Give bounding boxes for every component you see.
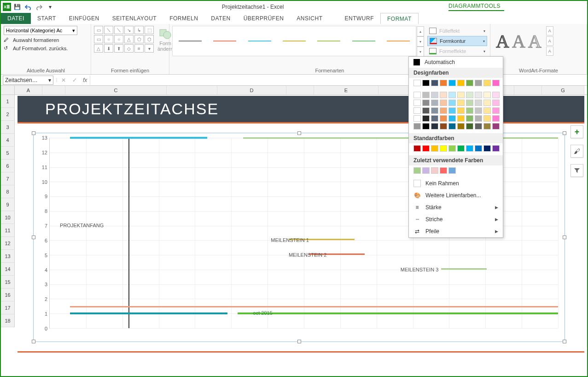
column-header[interactable]: G: [542, 86, 584, 94]
wordart-style-1[interactable]: A: [496, 30, 509, 52]
color-swatch[interactable]: [475, 145, 482, 152]
wordart-style-3[interactable]: A: [528, 30, 541, 52]
row-header[interactable]: 15: [1, 276, 15, 289]
series-s-ltgreen[interactable]: [243, 137, 558, 139]
wordart-outline-button[interactable]: A: [546, 36, 553, 46]
color-swatch[interactable]: [413, 80, 421, 86]
color-swatch[interactable]: [448, 92, 456, 98]
color-swatch[interactable]: [431, 100, 438, 106]
color-swatch[interactable]: [466, 80, 473, 86]
color-swatch[interactable]: [413, 167, 421, 174]
tab-daten[interactable]: DATEN: [204, 13, 237, 24]
column-header[interactable]: D: [217, 86, 286, 94]
gallery-scroll[interactable]: ▴▾▾: [417, 26, 424, 57]
series-s-teal[interactable]: [70, 312, 227, 314]
color-swatch[interactable]: [483, 80, 491, 86]
color-swatch[interactable]: [483, 145, 491, 152]
color-swatch[interactable]: [457, 107, 465, 114]
color-swatch[interactable]: [492, 80, 500, 86]
color-swatch[interactable]: [422, 92, 430, 98]
chart-filter-button[interactable]: [571, 164, 583, 177]
enter-formula-button[interactable]: ✓: [69, 77, 80, 83]
color-swatch[interactable]: [440, 100, 447, 106]
color-swatch[interactable]: [483, 92, 491, 98]
color-swatch[interactable]: [475, 80, 482, 86]
color-swatch[interactable]: [466, 107, 473, 114]
row-header[interactable]: 7: [1, 172, 15, 185]
resize-handle[interactable]: [32, 340, 35, 343]
chart-elements-button[interactable]: +: [571, 125, 583, 138]
color-swatch[interactable]: [448, 100, 456, 106]
undo-button[interactable]: [23, 2, 33, 12]
resize-handle[interactable]: [563, 236, 566, 239]
column-header[interactable]: [42, 86, 65, 94]
color-swatch[interactable]: [466, 92, 473, 98]
row-header[interactable]: 2: [1, 108, 15, 121]
y-axis[interactable]: 012345678910111213: [36, 138, 47, 329]
resize-handle[interactable]: [563, 340, 566, 343]
row-header[interactable]: 8: [1, 185, 15, 198]
tab-formeln[interactable]: FORMELN: [163, 13, 204, 24]
tab-format[interactable]: FORMAT: [380, 13, 419, 24]
color-swatch[interactable]: [466, 100, 473, 106]
color-swatch[interactable]: [492, 115, 500, 122]
row-header[interactable]: 10: [1, 211, 15, 224]
color-swatch[interactable]: [431, 145, 438, 152]
color-swatch[interactable]: [413, 92, 421, 98]
color-swatch[interactable]: [422, 145, 430, 152]
color-swatch[interactable]: [475, 100, 482, 106]
outline-arrows[interactable]: ⇄Pfeile▶: [409, 225, 503, 237]
resize-handle[interactable]: [563, 131, 566, 135]
row-header[interactable]: 18: [1, 314, 15, 327]
color-swatch[interactable]: [448, 107, 456, 114]
color-swatch[interactable]: [431, 167, 438, 174]
redo-button[interactable]: [34, 2, 44, 12]
color-swatch[interactable]: [466, 145, 473, 152]
chart-styles-button[interactable]: 🖌: [571, 145, 583, 158]
color-swatch[interactable]: [440, 167, 447, 174]
resize-handle[interactable]: [32, 131, 35, 135]
color-swatch[interactable]: [413, 145, 421, 152]
chart-element-combo[interactable]: Horizontal (Kategorie) Ac▾: [4, 26, 77, 35]
tab-datei[interactable]: DATEI: [1, 13, 31, 24]
outline-dashes[interactable]: ┄Striche▶: [409, 213, 503, 225]
tab-einfuegen[interactable]: EINFÜGEN: [63, 13, 106, 24]
color-swatch[interactable]: [440, 107, 447, 114]
color-swatch[interactable]: [483, 115, 491, 122]
shape-effects-button[interactable]: Formeffekte▾: [427, 46, 487, 56]
row-header[interactable]: 12: [1, 237, 15, 250]
color-swatch[interactable]: [440, 145, 447, 152]
color-swatch[interactable]: [448, 145, 456, 152]
column-header[interactable]: [167, 86, 217, 94]
color-swatch[interactable]: [431, 115, 438, 122]
color-swatch[interactable]: [483, 100, 491, 106]
color-swatch[interactable]: [440, 123, 447, 130]
row-header[interactable]: 16: [1, 289, 15, 301]
color-swatch[interactable]: [492, 92, 500, 98]
color-swatch[interactable]: [475, 107, 482, 114]
color-swatch[interactable]: [440, 92, 447, 98]
series-s-green[interactable]: [238, 312, 558, 314]
color-swatch[interactable]: [440, 80, 447, 86]
outline-automatic[interactable]: Automatisch: [409, 57, 503, 68]
name-box[interactable]: Zeitachsen…▾: [3, 76, 53, 85]
color-swatch[interactable]: [448, 115, 456, 122]
color-swatch[interactable]: [475, 115, 482, 122]
no-outline[interactable]: Kein Rahmen: [409, 177, 503, 189]
series-s-orange[interactable]: [70, 306, 558, 307]
series-s-ltgreen2[interactable]: [441, 268, 487, 270]
color-swatch[interactable]: [422, 115, 430, 122]
row-header[interactable]: 9: [1, 198, 15, 211]
tab-seitenlayout[interactable]: SEITENLAYOUT: [106, 13, 163, 24]
color-swatch[interactable]: [492, 123, 500, 130]
color-swatch[interactable]: [483, 123, 491, 130]
tab-ansicht[interactable]: ANSICHT: [290, 13, 329, 24]
shape-styles-gallery[interactable]: ▴▾▾: [172, 26, 416, 56]
color-swatch[interactable]: [457, 100, 465, 106]
tab-start[interactable]: START: [31, 13, 63, 24]
color-swatch[interactable]: [431, 92, 438, 98]
color-swatch[interactable]: [448, 123, 456, 130]
column-header[interactable]: [514, 86, 542, 94]
select-all-corner[interactable]: [1, 86, 15, 94]
row-header[interactable]: 5: [1, 147, 15, 159]
